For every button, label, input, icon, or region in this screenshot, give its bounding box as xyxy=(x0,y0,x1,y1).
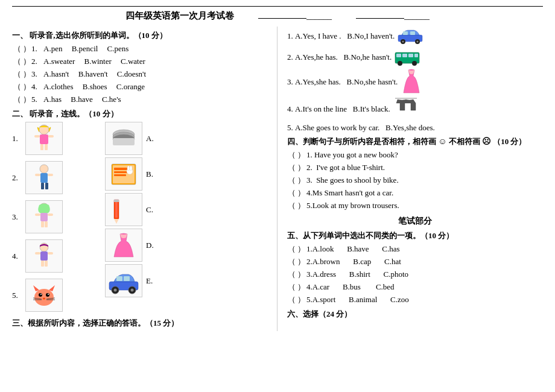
svg-point-46 xyxy=(127,166,130,171)
svg-rect-39 xyxy=(113,138,135,145)
smile-icon: ☺ xyxy=(438,137,446,147)
svg-rect-16 xyxy=(35,213,40,216)
match-img-E xyxy=(105,264,142,297)
right-q2: 2. A.Yes,he has. B.No,he hasn't. xyxy=(287,48,543,67)
diff-q3: （） 3. A.dress B.shirt C.photo xyxy=(287,269,543,280)
svg-point-28 xyxy=(46,293,49,297)
svg-point-64 xyxy=(402,41,404,43)
section4-header: 四、判断句子与所听内容是否相符，相符画 ☺ 不相符画 ☹ （10 分） xyxy=(287,136,543,147)
svg-rect-9 xyxy=(45,183,48,189)
right-q3: 3. A.Yes,she has. B.No,she hasn't. xyxy=(287,69,543,95)
section6-header: 六、选择（24 分） xyxy=(287,309,543,320)
name-field: ______ xyxy=(258,11,332,21)
judge-q2: （） 2. I've got a blue T-shirt. xyxy=(287,162,543,173)
svg-rect-50 xyxy=(114,200,119,202)
svg-point-57 xyxy=(114,288,117,291)
svg-rect-70 xyxy=(414,54,418,57)
top-border xyxy=(12,6,543,7)
match-img-D xyxy=(105,229,142,262)
match-right-D: D. xyxy=(105,229,156,262)
match-right-C: C. xyxy=(105,193,156,226)
right-clothes-img xyxy=(393,97,419,121)
frown-icon: ☹ xyxy=(482,136,491,147)
left-match-items: 1. xyxy=(12,122,63,314)
right-dress-img xyxy=(400,69,423,95)
svg-rect-54 xyxy=(124,276,130,281)
exam-title: 四年级英语第一次月考试卷 xyxy=(125,10,234,22)
right-q4: 4. A.It's on the line B.It's black. xyxy=(287,97,543,121)
svg-point-65 xyxy=(417,41,419,43)
judge-q4: （） 4.Ms Smart hasn't got a car. xyxy=(287,188,543,198)
diff-q4: （） 4. A.car B.bus C.bed xyxy=(287,282,543,292)
svg-rect-3 xyxy=(45,144,48,150)
right-car-img xyxy=(397,27,423,46)
judge-q3: （） 3. She goes to shool by bike. xyxy=(287,175,543,186)
match-img-1 xyxy=(25,122,63,155)
section5-header: 五、从下列单词中选出不同类的一项。（10 分） xyxy=(287,230,543,241)
svg-rect-11 xyxy=(48,174,53,176)
title-row: 四年级英语第一次月考试卷 ______ ______ xyxy=(12,10,543,22)
q2-row: （） 2. A.sweater B.winter C.water xyxy=(12,56,271,67)
svg-marker-49 xyxy=(114,219,119,224)
svg-rect-21 xyxy=(45,261,48,267)
svg-point-72 xyxy=(412,61,417,66)
match-right-B: B. xyxy=(105,157,156,191)
svg-rect-22 xyxy=(35,252,40,254)
svg-rect-1 xyxy=(40,134,48,144)
right-column: 1. A.Yes, I have . B.No,I haven't. xyxy=(278,27,543,331)
judge-q1: （） 1. Have you got a new book? xyxy=(287,150,543,160)
right-bus-img xyxy=(394,48,420,67)
svg-rect-4 xyxy=(34,135,40,138)
match-right-E: E. xyxy=(105,264,156,297)
svg-rect-19 xyxy=(40,251,48,261)
main-content: 一、 听录音,选出你所听到的单词。（10 分） （） 1. A.pen B.pe… xyxy=(12,27,543,331)
svg-rect-42 xyxy=(114,168,127,170)
svg-point-58 xyxy=(131,288,134,291)
svg-rect-67 xyxy=(396,54,401,57)
svg-rect-44 xyxy=(114,174,126,176)
svg-rect-2 xyxy=(40,144,43,150)
section2-title: 二、 听录音，连线。（10 分） xyxy=(12,109,271,119)
match-left-2: 2. xyxy=(12,161,63,194)
diff-q1: （） 1. A.look B.have C.has xyxy=(287,244,543,254)
q1-row: （） 1. A.pen B.pencil C.pens xyxy=(12,43,271,54)
svg-marker-26 xyxy=(49,285,55,291)
svg-rect-15 xyxy=(45,221,48,227)
right-q5: 5. A.She goes to work by car. B.Yes,she … xyxy=(287,123,543,133)
match-left-5: 5. xyxy=(12,279,63,312)
match-left-4: 4. xyxy=(12,239,63,273)
svg-rect-13 xyxy=(40,213,48,221)
writing-title: 笔试部分 xyxy=(287,216,543,227)
match-right-A: A. xyxy=(105,122,156,155)
svg-marker-25 xyxy=(33,285,39,291)
match-img-B xyxy=(105,157,142,191)
section3-title: 三、根据所听内容，选择正确的答语。（15 分） xyxy=(12,318,271,329)
svg-point-6 xyxy=(40,165,48,173)
q3-row: （） 3. A.hasn't B.haven't C.doesn't xyxy=(12,69,271,80)
left-column: 一、 听录音,选出你所听到的单词。（10 分） （） 1. A.pen B.pe… xyxy=(12,27,278,331)
svg-point-24 xyxy=(34,289,54,306)
svg-rect-10 xyxy=(35,174,40,176)
svg-rect-5 xyxy=(48,135,54,138)
match-img-A xyxy=(105,122,142,155)
svg-rect-68 xyxy=(402,54,407,57)
svg-rect-14 xyxy=(41,221,44,227)
svg-rect-20 xyxy=(41,261,44,267)
class-field: ______ xyxy=(356,11,430,21)
right-match-items: A. xyxy=(105,122,156,314)
judge-q5: （） 5.Look at my brown trousers. xyxy=(287,200,543,211)
svg-rect-17 xyxy=(48,213,53,216)
svg-point-31 xyxy=(43,297,45,299)
svg-point-71 xyxy=(398,61,402,66)
q4-row: （） 4. A.clothes B.shoes C.orange xyxy=(12,81,271,92)
right-listen-answers: 1. A.Yes, I have . B.No,I haven't. xyxy=(287,27,543,133)
svg-rect-69 xyxy=(408,54,413,57)
section1-title: 一、 听录音,选出你所听到的单词。（10 分） xyxy=(12,30,271,41)
match-img-4 xyxy=(25,239,63,273)
diff-q5: （） 5. A.sport B.animal C.zoo xyxy=(287,294,543,305)
svg-point-47 xyxy=(130,166,132,171)
svg-rect-61 xyxy=(410,31,415,35)
svg-rect-51 xyxy=(115,202,118,218)
match-left-3: 3. xyxy=(12,200,63,233)
svg-rect-23 xyxy=(48,252,53,254)
